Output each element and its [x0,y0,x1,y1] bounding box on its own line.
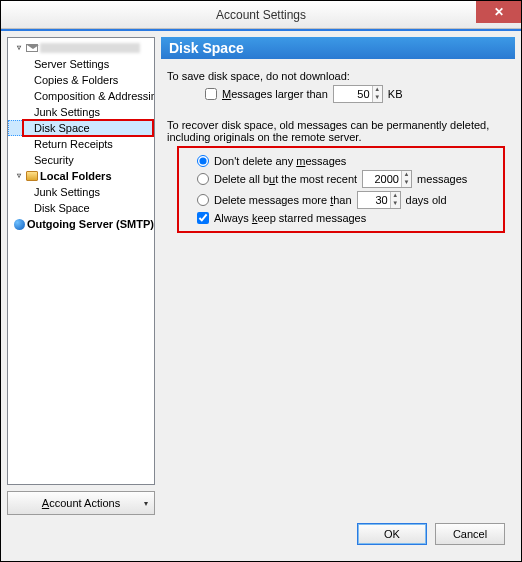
tree-local-folders[interactable]: ▿ Local Folders [8,168,154,184]
delete-but-recent-radio[interactable] [197,173,209,185]
recent-count-input[interactable] [363,171,401,187]
messages-larger-checkbox[interactable] [205,88,217,100]
close-icon: ✕ [494,5,504,19]
chevron-down-icon: ▿ [14,40,24,56]
spinner-arrows[interactable]: ▲▼ [401,171,411,187]
mail-icon [26,44,38,52]
chevron-down-icon: ▿ [14,168,24,184]
tree-junk-settings[interactable]: Junk Settings [8,104,154,120]
dialog-footer: OK Cancel [7,515,515,555]
delete-more-than-label-pre: Delete messages more than [214,194,352,206]
row-dont-delete: Don't delete any messages [183,155,499,167]
recover-intro-text: To recover disk space, old messages can … [167,119,509,143]
days-spinner[interactable]: ▲▼ [357,191,401,209]
globe-icon [14,219,25,230]
row-messages-larger-than: Messages larger than ▲▼ KB [167,85,509,103]
panel-body: To save disk space, do not download: Mes… [161,59,515,515]
tree-composition-addressing[interactable]: Composition & Addressing [8,88,154,104]
dropdown-caret-icon: ▾ [144,499,148,508]
account-name-redacted [40,43,140,53]
highlight-annotation-box: Don't delete any messages Delete all but… [177,146,505,233]
sidebar: ▿ Server Settings Copies & Folders Compo… [7,37,155,515]
window-title: Account Settings [216,8,306,22]
keep-starred-checkbox[interactable] [197,212,209,224]
folder-icon [26,171,38,181]
row-delete-but-recent: Delete all but the most recent ▲▼ messag… [183,170,499,188]
delete-but-recent-label-pre: Delete all but the most recent [214,173,357,185]
account-settings-window: Account Settings ✕ ▿ Server Settings [1,1,521,561]
close-button[interactable]: ✕ [476,1,521,23]
recent-count-spinner[interactable]: ▲▼ [362,170,412,188]
dont-delete-radio[interactable] [197,155,209,167]
days-input[interactable] [358,192,390,208]
spinner-arrows[interactable]: ▲▼ [372,86,382,102]
tree-local-disk-space[interactable]: Disk Space [8,200,154,216]
tree-copies-folders[interactable]: Copies & Folders [8,72,154,88]
delete-more-than-radio[interactable] [197,194,209,206]
delete-but-recent-label-post: messages [417,173,467,185]
panel-header: Disk Space [161,37,515,59]
keep-starred-label: Always keep starred messages [214,212,366,224]
kb-label: KB [388,88,403,100]
account-tree[interactable]: ▿ Server Settings Copies & Folders Compo… [7,37,155,485]
cancel-button[interactable]: Cancel [435,523,505,545]
body-area: ▿ Server Settings Copies & Folders Compo… [1,29,521,561]
main-row: ▿ Server Settings Copies & Folders Compo… [7,37,515,515]
dont-delete-label: Don't delete any messages [214,155,346,167]
tree-disk-space[interactable]: Disk Space [8,120,154,136]
spinner-arrows[interactable]: ▲▼ [390,192,400,208]
delete-more-than-label-post: days old [406,194,447,206]
row-keep-starred: Always keep starred messages [183,212,499,224]
row-delete-more-than: Delete messages more than ▲▼ days old [183,191,499,209]
messages-larger-label: Messages larger than [222,88,328,100]
ok-button[interactable]: OK [357,523,427,545]
save-intro-text: To save disk space, do not download: [167,70,509,82]
tree-local-junk-settings[interactable]: Junk Settings [8,184,154,200]
account-actions-button[interactable]: Account Actions ▾ [7,491,155,515]
messages-larger-spinner[interactable]: ▲▼ [333,85,383,103]
titlebar: Account Settings ✕ [1,1,521,29]
tree-security[interactable]: Security [8,152,154,168]
content-panel: Disk Space To save disk space, do not do… [161,37,515,515]
tree-return-receipts[interactable]: Return Receipts [8,136,154,152]
messages-larger-input[interactable] [334,86,372,102]
tree-account-mail[interactable]: ▿ [8,40,154,56]
tree-server-settings[interactable]: Server Settings [8,56,154,72]
tree-outgoing-server[interactable]: Outgoing Server (SMTP) [8,216,154,232]
